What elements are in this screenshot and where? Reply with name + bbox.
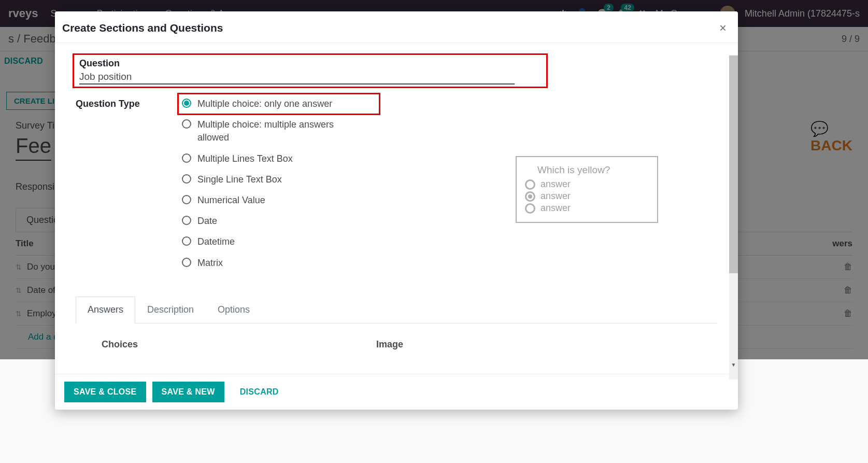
modal-title: Create Sections and Questions — [62, 22, 223, 34]
question-type-label: Question Type — [76, 97, 182, 109]
radio-icon — [525, 191, 535, 202]
tab-description[interactable]: Description — [135, 297, 206, 323]
question-type-preview: Which is yellow? answer answer answer — [516, 156, 658, 223]
question-type-matrix[interactable]: Matrix — [182, 257, 337, 270]
radio-icon — [182, 216, 191, 225]
save-close-button[interactable]: SAVE & CLOSE — [64, 382, 146, 402]
create-link-button[interactable]: CREATE LI — [6, 92, 62, 110]
chat-badge: 2 — [604, 4, 614, 12]
discard-button[interactable]: DISCARD — [4, 51, 62, 71]
user-name[interactable]: Mitchell Admin (17824475-s — [745, 8, 860, 19]
th-image: Image — [376, 339, 403, 350]
modal-body: Question Question Type Multiple choice: … — [55, 43, 738, 374]
th-title: Title — [16, 238, 34, 249]
radio-icon — [525, 203, 535, 214]
question-input[interactable] — [79, 70, 515, 85]
close-icon[interactable]: × — [719, 21, 727, 35]
modal-header: Create Sections and Questions × — [55, 11, 738, 43]
radio-icon — [182, 236, 191, 246]
app-name: rveys — [8, 7, 38, 20]
discard-button[interactable]: DISCARD — [231, 382, 288, 402]
modal-footer: SAVE & CLOSE SAVE & NEW DISCARD — [55, 374, 738, 410]
th-answers: wers — [832, 238, 852, 249]
radio-icon — [525, 179, 535, 190]
question-section-highlight: Question — [73, 53, 548, 88]
preview-option: answer — [525, 203, 649, 214]
question-type-numerical[interactable]: Numerical Value — [182, 194, 337, 207]
drag-icon[interactable]: ⇅ — [16, 263, 22, 271]
question-label: Question — [79, 58, 541, 69]
radio-icon — [182, 258, 191, 267]
drag-icon[interactable]: ⇅ — [16, 286, 22, 294]
radio-icon — [182, 99, 191, 108]
question-type-multiline[interactable]: Multiple Lines Text Box — [182, 152, 337, 165]
scroll-down-icon[interactable]: ▼ — [729, 360, 738, 369]
trash-icon[interactable]: 🗑 — [844, 308, 852, 319]
preview-option: answer — [525, 191, 649, 202]
question-type-single-choice[interactable]: Multiple choice: only one answer — [177, 93, 380, 115]
trash-icon[interactable]: 🗑 — [844, 285, 852, 296]
radio-icon — [182, 153, 191, 163]
record-counter: 9 / 9 — [842, 34, 860, 45]
question-type-date[interactable]: Date — [182, 215, 337, 228]
radio-icon — [182, 119, 191, 129]
question-type-options: Multiple choice: only one answer Multipl… — [182, 97, 337, 270]
tab-options[interactable]: Options — [206, 297, 262, 323]
scrollbar[interactable] — [729, 55, 738, 380]
question-type-datetime[interactable]: Datetime — [182, 235, 337, 248]
th-choices: Choices — [102, 339, 376, 350]
radio-icon — [182, 195, 191, 204]
save-new-button[interactable]: SAVE & NEW — [152, 382, 224, 402]
answers-section: Choices Image — [76, 324, 717, 350]
scrollbar-thumb[interactable] — [729, 55, 738, 273]
radio-icon — [182, 174, 191, 184]
activity-badge: 42 — [621, 4, 634, 12]
question-type-multi-choice[interactable]: Multiple choice: multiple answers allowe… — [182, 118, 337, 144]
breadcrumb[interactable]: s / Feedba — [8, 32, 62, 46]
feedback-image: 💬 BACK — [810, 120, 852, 192]
create-question-modal: Create Sections and Questions × Question… — [55, 11, 738, 410]
drag-icon[interactable]: ⇅ — [16, 310, 22, 318]
survey-title[interactable]: Fee — [16, 134, 51, 161]
question-type-singleline[interactable]: Single Line Text Box — [182, 173, 337, 186]
sub-tabs: Answers Description Options — [76, 297, 717, 324]
preview-option: answer — [525, 179, 649, 190]
preview-title: Which is yellow? — [537, 164, 649, 176]
trash-icon[interactable]: 🗑 — [844, 262, 852, 272]
tab-answers[interactable]: Answers — [76, 297, 135, 324]
